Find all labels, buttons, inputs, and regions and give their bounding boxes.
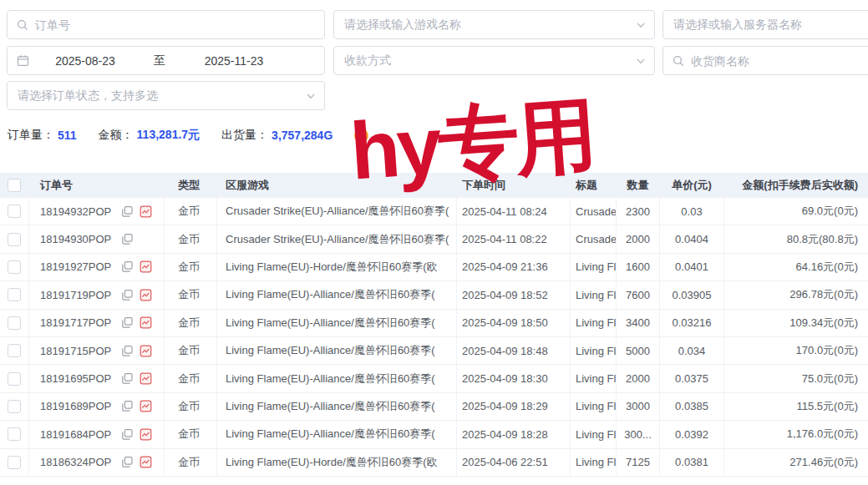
region-game: Crusader Strike(EU)-Alliance/魔兽怀旧60赛季( bbox=[217, 198, 457, 225]
column-header: 类型 bbox=[165, 173, 217, 198]
order-time: 2025-04-09 18:48 bbox=[457, 337, 571, 364]
payment-screenshot-icon[interactable] bbox=[140, 205, 152, 218]
chevron-down-icon bbox=[306, 91, 316, 101]
order-type: 金币 bbox=[165, 337, 217, 364]
order-title: Living Fl bbox=[571, 393, 617, 420]
game-name-select[interactable]: 请选择或输入游戏名称 bbox=[333, 10, 655, 39]
order-time: 2025-04-06 22:51 bbox=[457, 449, 571, 476]
table-row: 18194930POP 金币 Crusader Strike(EU)-Allia… bbox=[0, 225, 868, 253]
table-row: 18191695POP 金币 Living Flame(EU)-Alliance… bbox=[0, 365, 868, 392]
row-checkbox[interactable] bbox=[8, 400, 21, 413]
order-title: Living Fl bbox=[571, 310, 617, 336]
copy-icon[interactable] bbox=[121, 233, 134, 245]
receiver-name-input[interactable] bbox=[691, 54, 868, 68]
unit-price: 0.0401 bbox=[660, 254, 724, 280]
column-header: 下单时间 bbox=[457, 173, 571, 198]
order-number-search[interactable] bbox=[7, 10, 325, 39]
select-all-checkbox[interactable] bbox=[8, 179, 21, 192]
payment-screenshot-icon[interactable] bbox=[140, 289, 152, 301]
header-checkbox-cell[interactable] bbox=[0, 173, 29, 198]
server-name-select[interactable]: 请选择或输入服务器名称 bbox=[662, 10, 868, 39]
row-checkbox[interactable] bbox=[8, 205, 21, 218]
payment-screenshot-icon[interactable] bbox=[140, 400, 152, 412]
copy-icon[interactable] bbox=[121, 456, 134, 468]
order-number: 18191689POP bbox=[40, 400, 111, 412]
region-game: Living Flame(EU)-Alliance/魔兽怀旧60赛季( bbox=[217, 393, 457, 420]
table-row: 18191715POP 金币 Living Flame(EU)-Alliance… bbox=[0, 337, 868, 365]
region-game: Living Flame(EU)-Horde/魔兽怀旧60赛季(欧 bbox=[217, 449, 457, 476]
table-row: 18191717POP 金币 Living Flame(EU)-Alliance… bbox=[0, 310, 868, 337]
column-header: 订单号 bbox=[29, 173, 165, 198]
payment-screenshot-icon[interactable] bbox=[140, 316, 152, 329]
date-start-value[interactable]: 2025-08-23 bbox=[36, 54, 135, 68]
quantity: 3400 bbox=[617, 310, 660, 336]
copy-icon[interactable] bbox=[121, 289, 134, 301]
region-game: Living Flame(EU)-Alliance/魔兽怀旧60赛季( bbox=[217, 365, 457, 392]
unit-price: 0.0375 bbox=[660, 365, 724, 392]
order-time: 2025-04-09 18:28 bbox=[457, 421, 571, 447]
order-type: 金币 bbox=[165, 449, 217, 476]
order-title: Living Fl bbox=[571, 254, 617, 280]
table-row: 18191927POP 金币 Living Flame(EU)-Horde/魔兽… bbox=[0, 254, 868, 281]
row-checkbox[interactable] bbox=[8, 288, 21, 301]
row-checkbox[interactable] bbox=[8, 316, 21, 330]
order-status-multiselect[interactable]: 请选择订单状态，支持多选 bbox=[7, 81, 325, 110]
payment-screenshot-icon[interactable] bbox=[140, 260, 152, 273]
copy-icon[interactable] bbox=[121, 400, 134, 412]
order-time: 2025-04-09 18:29 bbox=[457, 393, 571, 420]
amount: 170.0元(0元) bbox=[724, 337, 868, 364]
amount: 64.16元(0元) bbox=[724, 254, 868, 280]
order-time: 2025-04-09 18:30 bbox=[457, 365, 571, 392]
order-number: 18194932POP bbox=[40, 205, 111, 218]
payment-select-placeholder: 收款方式 bbox=[344, 53, 391, 68]
payment-screenshot-icon[interactable] bbox=[140, 456, 152, 468]
order-time: 2025-04-09 21:36 bbox=[457, 254, 571, 280]
order-type: 金币 bbox=[165, 281, 217, 308]
column-header: 标题 bbox=[571, 173, 617, 198]
help-icon[interactable]: ? bbox=[354, 129, 368, 143]
region-game: Living Flame(EU)-Alliance/魔兽怀旧60赛季( bbox=[217, 310, 457, 336]
row-checkbox[interactable] bbox=[8, 372, 21, 386]
order-number: 18191719POP bbox=[40, 289, 111, 301]
quantity: 300... bbox=[617, 421, 660, 447]
quantity: 2000 bbox=[617, 225, 660, 252]
table-row: 18191684POP 金币 Living Flame(EU)-Alliance… bbox=[0, 421, 868, 448]
unit-price: 0.0392 bbox=[660, 421, 724, 447]
copy-icon[interactable] bbox=[121, 345, 134, 357]
copy-icon[interactable] bbox=[121, 316, 134, 329]
quantity: 5000 bbox=[617, 337, 660, 364]
date-range-separator: 至 bbox=[135, 53, 185, 68]
order-number: 18191695POP bbox=[40, 372, 111, 385]
payment-screenshot-icon[interactable] bbox=[140, 372, 152, 385]
quantity: 2300 bbox=[617, 198, 660, 225]
table-row: 18191689POP 金币 Living Flame(EU)-Alliance… bbox=[0, 393, 868, 421]
payment-screenshot-icon[interactable] bbox=[140, 345, 152, 357]
row-checkbox[interactable] bbox=[8, 233, 21, 246]
row-checkbox[interactable] bbox=[8, 427, 21, 441]
copy-icon[interactable] bbox=[121, 205, 134, 218]
order-number: 18191927POP bbox=[40, 260, 111, 273]
order-count-label: 订单量： bbox=[8, 128, 54, 143]
row-checkbox[interactable] bbox=[8, 344, 21, 357]
copy-icon[interactable] bbox=[121, 428, 134, 441]
order-type: 金币 bbox=[165, 393, 217, 420]
amount-label: 金额： bbox=[99, 128, 134, 143]
copy-icon[interactable] bbox=[121, 372, 134, 385]
region-game: Living Flame(EU)-Alliance/魔兽怀旧60赛季( bbox=[217, 337, 457, 364]
order-number: 18191715POP bbox=[40, 345, 111, 357]
column-header: 区服游戏 bbox=[217, 173, 457, 198]
receiver-name-search[interactable] bbox=[662, 46, 868, 75]
payment-method-select[interactable]: 收款方式 bbox=[333, 46, 655, 75]
copy-icon[interactable] bbox=[121, 260, 134, 273]
order-number-input[interactable] bbox=[35, 18, 324, 32]
quantity: 1600 bbox=[617, 254, 660, 280]
order-time: 2025-04-09 18:50 bbox=[457, 310, 571, 336]
order-number: 18191717POP bbox=[40, 316, 111, 329]
order-title: Living Fl bbox=[571, 365, 617, 392]
row-checkbox[interactable] bbox=[8, 456, 21, 469]
date-range-picker[interactable]: 2025-08-23 至 2025-11-23 bbox=[7, 46, 325, 75]
date-end-value[interactable]: 2025-11-23 bbox=[185, 54, 283, 68]
search-icon bbox=[17, 19, 28, 31]
row-checkbox[interactable] bbox=[8, 260, 21, 274]
payment-screenshot-icon[interactable] bbox=[140, 428, 152, 441]
